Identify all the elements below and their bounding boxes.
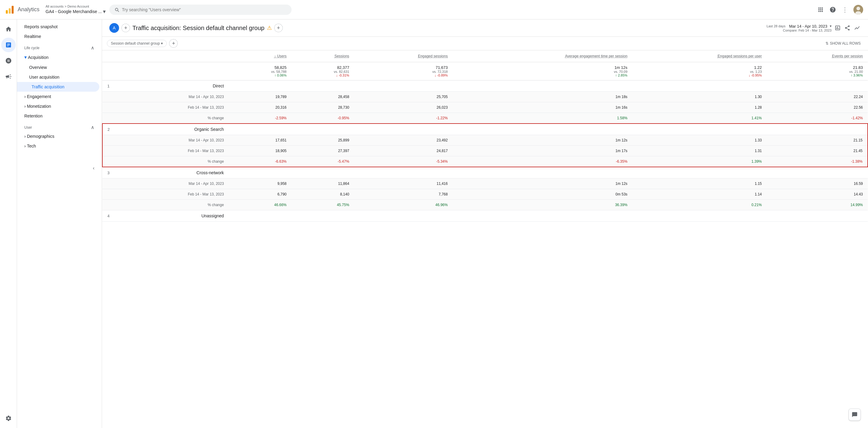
nav-explore-icon[interactable] (1, 54, 16, 68)
help-icon[interactable] (829, 6, 836, 13)
svg-rect-1 (9, 8, 11, 14)
sub-engaged-sessions: 46.96% (354, 200, 453, 210)
nav-home-icon[interactable] (1, 22, 16, 36)
sub-events-per-session: 21.15 (767, 135, 868, 146)
sidebar-item-reports-snapshot[interactable]: Reports snapshot (17, 22, 102, 32)
add-dimension-btn[interactable]: + (169, 39, 178, 48)
sub-engaged-per-user: 1.15 (632, 178, 767, 189)
sidebar-acquisition-expand[interactable]: ▾ Acquisition (17, 52, 102, 63)
sidebar-item-traffic-acquisition[interactable]: Traffic acquisition (17, 82, 99, 92)
sub-avg-engagement: 1m 12s (453, 178, 632, 189)
share-icon[interactable] (844, 24, 851, 32)
sub-sessions: 28,730 (291, 102, 354, 113)
search-input[interactable] (122, 7, 287, 12)
channel-name: Unassigned (115, 210, 229, 222)
data-table: ↓ Users Sessions Engaged sessions Averag… (102, 51, 868, 222)
sub-sessions: 28,458 (291, 92, 354, 102)
date-chevron-icon[interactable]: ▾ (830, 24, 832, 28)
nav-settings-icon[interactable] (1, 411, 16, 426)
col-header-engaged-sessions[interactable]: Engaged sessions (354, 51, 453, 62)
channel-name: Organic Search (115, 124, 229, 135)
svg-rect-2 (11, 6, 13, 14)
sidebar-item-retention[interactable]: Retention (17, 111, 102, 121)
show-all-rows-btn[interactable]: ⇅ SHOW ALL ROWS (823, 40, 863, 47)
sub-events-per-session: 14.43 (767, 189, 868, 200)
sub-row: Feb 14 - Mar 13, 2023 6,790 8,140 7,768 … (102, 189, 868, 200)
sub-engaged-sessions: 26,023 (354, 102, 453, 113)
sub-events-per-session: 21.45 (767, 146, 868, 156)
col-header-engaged-per-user[interactable]: Engaged sessions per user (632, 51, 767, 62)
sub-events-per-session: 16.59 (767, 178, 868, 189)
insights-icon[interactable] (854, 24, 861, 32)
sub-row-label: Feb 14 - Mar 13, 2023 (115, 146, 229, 156)
sidebar-engagement-expand[interactable]: › Engagement (17, 92, 102, 101)
lifecycle-collapse-icon[interactable]: ∧ (91, 45, 94, 51)
total-events-per-session: 21.83 vs. 21.00 ↑ 3.96% (767, 62, 868, 80)
more-options-icon[interactable]: ⋮ (841, 6, 848, 13)
sub-engaged-sessions: 24,817 (354, 146, 453, 156)
sub-sessions: -0.95% (291, 113, 354, 124)
demographics-arrow-icon: › (24, 134, 26, 139)
account-name[interactable]: GA4 - Google Merchandise ... ▾ (45, 8, 106, 15)
topbar: Analytics All accounts > Demo Account GA… (0, 0, 868, 20)
topbar-right: ⋮ (817, 5, 863, 14)
left-nav-strip (0, 20, 17, 428)
app-title: Analytics (18, 6, 39, 13)
warning-icon: ⚠ (267, 25, 272, 31)
chart-icon[interactable] (834, 24, 841, 32)
sub-sessions: 11,864 (291, 178, 354, 189)
filter-chevron-icon: ▾ (161, 41, 163, 45)
sidebar-collapse-btn[interactable]: ‹ (17, 163, 102, 173)
channel-row: 1 Direct (102, 80, 868, 92)
nav-advertising-icon[interactable] (1, 69, 16, 84)
dimension-filter-chip[interactable]: Session default channel group ▾ (107, 40, 167, 47)
search-bar[interactable] (109, 5, 291, 15)
sub-engaged-per-user: 1.41% (632, 113, 767, 124)
table-container: Session default channel group ▾ + ⇅ SHOW… (102, 37, 868, 428)
sub-engaged-sessions: -5.34% (354, 156, 453, 167)
chat-bubble[interactable] (848, 408, 861, 421)
header-actions: Last 28 days Mar 14 - Apr 10, 2023 ▾ Com… (767, 24, 861, 32)
search-icon (114, 7, 119, 12)
sub-row-label: % change (115, 113, 229, 124)
svg-point-4 (857, 7, 860, 10)
total-avg-engagement: 1m 12s vs. 70.09 ↑ 2.85% (453, 62, 632, 80)
table-filter-row: Session default channel group ▾ + ⇅ SHOW… (102, 37, 868, 51)
sub-row-label: Feb 14 - Mar 13, 2023 (115, 189, 229, 200)
sub-users: -2.59% (229, 113, 291, 124)
col-header-users[interactable]: ↓ Users (229, 51, 291, 62)
sidebar-item-realtime[interactable]: Realtime (17, 32, 102, 41)
sidebar-item-user-acquisition[interactable]: User acquisition (17, 72, 102, 82)
sub-engaged-per-user: 0.21% (632, 200, 767, 210)
row-number: 4 (102, 210, 115, 222)
sub-users: 6,790 (229, 189, 291, 200)
sub-users: 9,958 (229, 178, 291, 189)
sidebar-demographics-expand[interactable]: › Demographics (17, 131, 102, 141)
add-page-btn[interactable]: + (122, 24, 130, 32)
apps-icon[interactable] (817, 6, 824, 13)
channel-name: Direct (115, 80, 229, 92)
avatar[interactable] (854, 5, 863, 14)
col-header-events-per-session[interactable]: Events per session (767, 51, 868, 62)
app: Analytics All accounts > Demo Account GA… (0, 0, 868, 428)
sub-users: 19,789 (229, 92, 291, 102)
main-content: Reports snapshot Realtime Life cycle ∧ ▾… (0, 20, 868, 428)
sub-events-per-session: -1.42% (767, 113, 868, 124)
nav-reports-icon[interactable] (1, 38, 16, 52)
sub-engaged-sessions: 7,768 (354, 189, 453, 200)
col-header-avg-engagement[interactable]: Average engagement time per session (453, 51, 632, 62)
sub-engaged-per-user: 1.14 (632, 189, 767, 200)
sub-row-label: % change (115, 156, 229, 167)
sub-engaged-sessions: 11,416 (354, 178, 453, 189)
sidebar-monetization-expand[interactable]: › Monetization (17, 101, 102, 111)
sub-row: Mar 14 - Apr 10, 2023 19,789 28,458 25,7… (102, 92, 868, 102)
sub-engaged-per-user: 1.30 (632, 92, 767, 102)
tech-arrow-icon: › (24, 143, 26, 149)
channel-row: 2 Organic Search (102, 124, 868, 135)
user-collapse-icon[interactable]: ∧ (91, 125, 94, 130)
add-title-btn[interactable]: + (274, 24, 283, 32)
sidebar-item-overview[interactable]: Overview (17, 63, 102, 72)
sidebar-tech-expand[interactable]: › Tech (17, 141, 102, 151)
col-header-sessions[interactable]: Sessions (291, 51, 354, 62)
sub-engaged-sessions: 25,705 (354, 92, 453, 102)
